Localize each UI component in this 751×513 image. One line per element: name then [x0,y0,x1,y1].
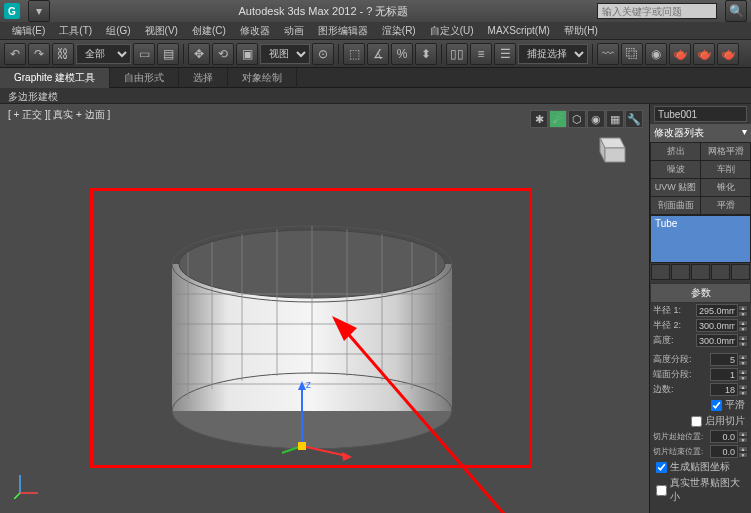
params-rollout-header[interactable]: 参数 [650,283,751,303]
named-selection-dropdown[interactable]: 捕捉选择 [518,44,588,64]
menubar: 编辑(E) 工具(T) 组(G) 视图(V) 创建(C) 修改器 动画 图形编辑… [0,22,751,40]
menu-edit[interactable]: 编辑(E) [6,22,51,40]
checkbox-real-world[interactable] [656,485,667,496]
spinner-snap-icon[interactable]: ⬍ [415,43,437,65]
rotate-icon[interactable]: ⟲ [212,43,234,65]
tab-selection[interactable]: 选择 [179,68,228,88]
menu-rendering[interactable]: 渲染(R) [376,22,422,40]
configure-icon[interactable] [731,264,750,280]
render-icon[interactable]: 🫖 [717,43,739,65]
modifier-list-dropdown[interactable]: 修改器列表▾ [650,124,751,142]
svg-line-24 [302,446,347,456]
mod-taper[interactable]: 锥化 [701,179,750,196]
redo-icon[interactable]: ↷ [28,43,50,65]
link-icon[interactable]: ⛓ [52,43,74,65]
input-slice-to[interactable] [710,445,738,458]
layer-icon[interactable]: ☰ [494,43,516,65]
render-setup-icon[interactable]: 🫖 [669,43,691,65]
input-cap-segs[interactable] [710,368,738,381]
viewport[interactable]: [ + 正交 ][ 真实 + 边面 ] ✱ ☄ ⬡ ◉ ▦ 🔧 [0,104,649,513]
tab-graphite[interactable]: Graphite 建模工具 [0,68,110,88]
help-search-input[interactable] [597,3,717,19]
menu-view[interactable]: 视图(V) [139,22,184,40]
align-icon[interactable]: ≡ [470,43,492,65]
percent-snap-icon[interactable]: % [391,43,413,65]
menu-maxscript[interactable]: MAXScript(M) [482,23,556,38]
object-name-input[interactable] [654,106,747,122]
label-gen-mapping: 生成贴图坐标 [670,460,730,474]
mod-uvw[interactable]: UVW 贴图 [651,179,700,196]
transform-gizmo[interactable]: z [282,376,362,466]
input-sides[interactable] [710,383,738,396]
spin-down-icon[interactable]: ▼ [738,311,748,317]
move-icon[interactable]: ✥ [188,43,210,65]
label-cap-segs: 端面分段: [653,368,692,381]
main-toolbar: ↶ ↷ ⛓ 全部 ▭ ▤ ✥ ⟲ ▣ 视图 ⊙ ⬚ ∡ % ⬍ ▯▯ ≡ ☰ 捕… [0,40,751,68]
label-slice-to: 切片结束位置: [653,446,703,457]
world-axis-icon [14,469,44,499]
render-frame-icon[interactable]: 🫖 [693,43,715,65]
app-icon[interactable]: G [4,3,20,19]
menu-customize[interactable]: 自定义(U) [424,22,480,40]
schematic-icon[interactable]: ⿻ [621,43,643,65]
material-editor-icon[interactable]: ◉ [645,43,667,65]
input-radius2[interactable] [696,319,738,332]
selection-filter-dropdown[interactable]: 全部 [76,44,131,64]
modifier-stack[interactable]: Tube [650,215,751,263]
menu-animation[interactable]: 动画 [278,22,310,40]
menu-group[interactable]: 组(G) [100,22,136,40]
mod-noise[interactable]: 噪波 [651,161,700,178]
command-panel: 修改器列表▾ 挤出 网格平滑 噪波 车削 UVW 贴图 锥化 剖面曲面 平滑 T… [649,104,751,513]
mirror-icon[interactable]: ▯▯ [446,43,468,65]
menu-create[interactable]: 创建(C) [186,22,232,40]
show-end-icon[interactable] [671,264,690,280]
mod-meshsmooth[interactable]: 网格平滑 [701,143,750,160]
viewcube[interactable] [591,126,629,164]
menu-modifiers[interactable]: 修改器 [234,22,276,40]
search-icon[interactable]: 🔍 [725,0,747,22]
ribbon-subtitle[interactable]: 多边形建模 [0,88,751,104]
angle-snap-icon[interactable]: ∡ [367,43,389,65]
quick-access-btn[interactable]: ▾ [28,0,50,22]
create-tab-icon[interactable]: ✱ [530,110,548,128]
remove-mod-icon[interactable] [711,264,730,280]
scale-icon[interactable]: ▣ [236,43,258,65]
chevron-down-icon: ▾ [742,126,747,140]
input-height[interactable] [696,334,738,347]
mod-section[interactable]: 剖面曲面 [651,197,700,214]
label-height: 高度: [653,334,674,347]
svg-text:z: z [306,379,311,390]
mod-lathe[interactable]: 车削 [701,161,750,178]
ribbon-tabs: Graphite 建模工具 自由形式 选择 对象绘制 [0,68,751,88]
checkbox-gen-mapping[interactable] [656,462,667,473]
menu-graph-editors[interactable]: 图形编辑器 [312,22,374,40]
window-title: Autodesk 3ds Max 2012 - ? 无标题 [58,4,589,19]
viewport-label[interactable]: [ + 正交 ][ 真实 + 边面 ] [6,106,112,124]
tab-object-paint[interactable]: 对象绘制 [228,68,297,88]
modify-tab-icon[interactable]: ☄ [549,110,567,128]
center-icon[interactable]: ⊙ [312,43,334,65]
checkbox-smooth[interactable] [711,400,722,411]
tab-freeform[interactable]: 自由形式 [110,68,179,88]
mod-smooth[interactable]: 平滑 [701,197,750,214]
input-radius1[interactable] [696,304,738,317]
curve-editor-icon[interactable]: 〰 [597,43,619,65]
select-name-icon[interactable]: ▤ [157,43,179,65]
label-height-segs: 高度分段: [653,353,692,366]
ref-coord-dropdown[interactable]: 视图 [260,44,310,64]
select-icon[interactable]: ▭ [133,43,155,65]
label-slice-on: 启用切片 [705,414,745,428]
label-real-world: 真实世界贴图大小 [670,476,745,504]
hierarchy-tab-icon[interactable]: ⬡ [568,110,586,128]
make-unique-icon[interactable] [691,264,710,280]
undo-icon[interactable]: ↶ [4,43,26,65]
pin-stack-icon[interactable] [651,264,670,280]
menu-help[interactable]: 帮助(H) [558,22,604,40]
svg-rect-28 [298,442,306,450]
checkbox-slice-on[interactable] [691,416,702,427]
input-slice-from[interactable] [710,430,738,443]
menu-tools[interactable]: 工具(T) [53,22,98,40]
mod-extrude[interactable]: 挤出 [651,143,700,160]
input-height-segs[interactable] [710,353,738,366]
snap-icon[interactable]: ⬚ [343,43,365,65]
